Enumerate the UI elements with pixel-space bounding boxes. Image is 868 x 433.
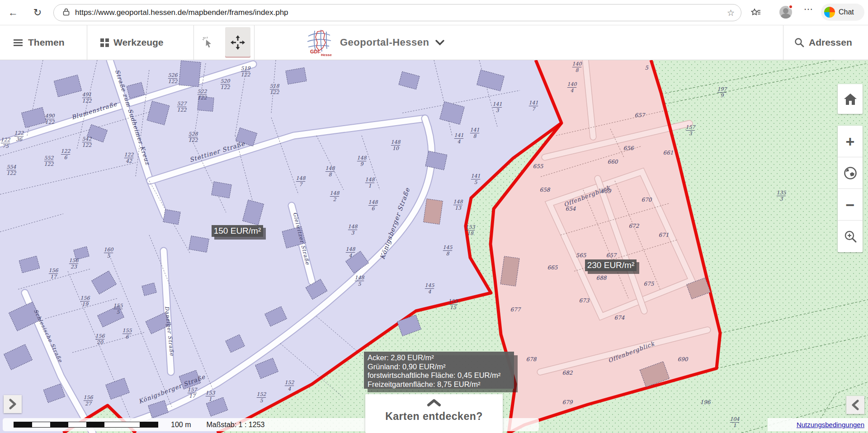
browser-menu-icon[interactable]: ⋯ <box>804 4 813 14</box>
svg-text:27: 27 <box>85 401 92 407</box>
parcel-label: 542122 <box>82 136 92 148</box>
svg-text:657: 657 <box>635 112 646 118</box>
parcel-label: 661 <box>663 150 674 156</box>
discover-maps-panel[interactable]: Karten entdecken? <box>365 394 503 433</box>
svg-text:148: 148 <box>453 199 463 205</box>
themen-label: Themen <box>28 37 65 48</box>
parcel-label: 657 <box>635 112 646 118</box>
refresh-icon[interactable]: ↻ <box>31 6 44 20</box>
svg-text:36: 36 <box>16 136 23 142</box>
chat-label: Chat <box>839 8 854 16</box>
werkzeuge-label: Werkzeuge <box>113 37 164 48</box>
parcel-label: 659 <box>601 188 612 194</box>
parcel-label: 673 <box>579 297 590 304</box>
building <box>179 61 201 87</box>
svg-text:122: 122 <box>221 85 231 90</box>
terms-panel: Nutzungsbedingungen <box>768 418 868 431</box>
scale-segment <box>140 422 158 427</box>
home-control <box>838 84 863 114</box>
svg-text:Freizeitgartenfläche: 8,75 EUR: Freizeitgartenfläche: 8,75 EUR/m² <box>368 380 481 388</box>
werkzeuge-button[interactable]: Werkzeuge <box>100 25 164 60</box>
svg-text:122: 122 <box>124 152 134 158</box>
scale-distance: 100 m <box>171 421 191 429</box>
back-icon[interactable]: ← <box>6 6 20 20</box>
svg-text:5: 5 <box>474 179 478 185</box>
chevron-left-icon <box>851 400 859 410</box>
adressen-button[interactable]: Adressen <box>794 25 852 60</box>
notification-dot <box>788 5 793 9</box>
select-pointer-tool[interactable] <box>195 27 221 58</box>
svg-text:140: 140 <box>567 81 577 87</box>
parcel-label: 674 <box>614 315 625 321</box>
parcel-label: 655 <box>533 163 544 169</box>
parcel-label: 678 <box>526 356 537 362</box>
svg-text:17: 17 <box>189 393 196 399</box>
svg-text:122: 122 <box>168 79 178 85</box>
zoom-out-button[interactable]: − <box>838 189 863 221</box>
gdi-hessen-logo: GDI- Hessen <box>306 28 332 57</box>
pan-move-tool[interactable] <box>225 27 250 58</box>
svg-text:15: 15 <box>450 305 457 311</box>
svg-text:8: 8 <box>446 251 450 257</box>
zoom-rect-icon <box>844 230 857 243</box>
svg-text:42: 42 <box>126 158 132 164</box>
svg-text:122: 122 <box>61 148 71 154</box>
svg-text:156: 156 <box>95 333 105 339</box>
parcel-label: 654 <box>566 206 576 212</box>
price-label: 230 EUR/m² <box>585 259 639 274</box>
map-viewport[interactable]: BlumenstraßeStraße zum Sudheimer KreuzSt… <box>0 60 868 433</box>
svg-text:6: 6 <box>64 155 68 160</box>
parcel-label: 565 <box>576 252 587 259</box>
scale-ratio: Maßstab: 1 : 1253 <box>206 421 264 429</box>
parcel-label: 554122 <box>7 164 17 176</box>
pointer-icon <box>201 36 215 49</box>
svg-text:670: 670 <box>642 197 652 203</box>
chevron-right-icon <box>9 399 17 409</box>
home-button[interactable] <box>838 84 863 114</box>
svg-text:141: 141 <box>529 100 538 106</box>
parcel-label: 688 <box>596 275 607 281</box>
zoom-rectangle-button[interactable] <box>838 221 863 252</box>
svg-text:6: 6 <box>126 334 129 340</box>
search-icon <box>794 37 805 48</box>
favorite-star-icon[interactable]: ☆ <box>727 8 735 18</box>
chevron-up-icon <box>365 399 503 409</box>
svg-text:490: 490 <box>45 113 55 119</box>
parcel-label: 520122 <box>221 78 231 90</box>
favorites-list-icon[interactable] <box>749 5 763 20</box>
parcel-label: 682 <box>562 370 573 376</box>
parcel-label: 518122 <box>270 83 280 95</box>
parcel-label: 672 <box>629 223 640 229</box>
svg-text:122: 122 <box>7 170 17 176</box>
svg-text:122: 122 <box>189 137 198 143</box>
svg-text:122: 122 <box>198 95 208 101</box>
expand-left-panel-button[interactable] <box>4 395 22 413</box>
building <box>163 209 180 224</box>
browser-chrome: ← ↻ https://www.geoportal.hessen.de/mapb… <box>0 0 868 25</box>
parcel-label: 522122 <box>198 89 208 101</box>
map-canvas[interactable]: BlumenstraßeStraße zum Sudheimer KreuzSt… <box>0 60 868 433</box>
home-icon <box>844 93 857 105</box>
svg-text:153: 153 <box>206 390 216 396</box>
themen-button[interactable]: Themen <box>14 25 65 60</box>
svg-text:148: 148 <box>355 275 365 281</box>
nutzungsbedingungen-link[interactable]: Nutzungsbedingungen <box>797 421 864 428</box>
svg-text:10: 10 <box>392 146 399 151</box>
lock-icon <box>63 8 70 18</box>
address-bar[interactable]: https://www.geoportal.hessen.de/mapbende… <box>53 4 741 21</box>
parcel-label: 679 <box>562 399 573 405</box>
svg-text:1: 1 <box>368 183 372 189</box>
svg-text:148: 148 <box>365 177 375 183</box>
svg-text:148: 148 <box>296 175 306 181</box>
svg-text:665: 665 <box>547 264 558 271</box>
overview-globe-button[interactable] <box>838 157 863 189</box>
svg-text:679: 679 <box>562 399 573 405</box>
parcel-label: 690 <box>678 356 689 362</box>
app-toolbar: Themen Werkzeuge GDI- Hessen Ge <box>0 25 868 60</box>
copilot-chat-button[interactable]: Chat <box>821 4 864 21</box>
svg-text:491: 491 <box>82 92 92 98</box>
expand-right-panel-button[interactable] <box>846 396 864 414</box>
geoportal-brand[interactable]: GDI- Hessen Geoportal-Hessen <box>306 27 445 58</box>
svg-text:155: 155 <box>113 303 123 309</box>
zoom-in-button[interactable]: + <box>838 126 863 157</box>
